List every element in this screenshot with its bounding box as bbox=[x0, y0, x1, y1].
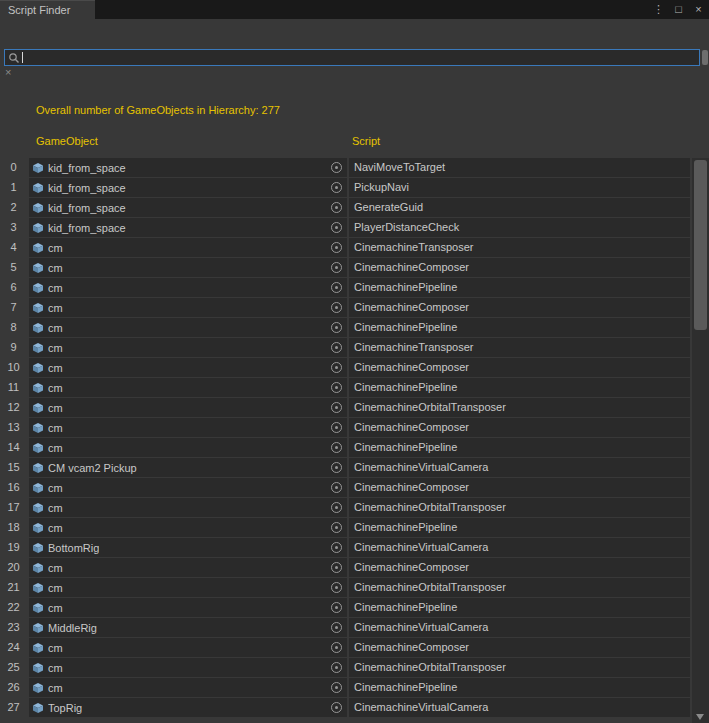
target-ping-icon[interactable] bbox=[331, 402, 342, 413]
script-cell[interactable]: CinemachinePipeline bbox=[349, 598, 690, 617]
gameobject-cell[interactable]: kid_from_space bbox=[29, 198, 347, 217]
target-ping-icon[interactable] bbox=[331, 642, 342, 653]
target-ping-icon[interactable] bbox=[331, 522, 342, 533]
gameobject-cell[interactable]: CM vcam2 Pickup bbox=[29, 458, 347, 477]
target-ping-icon[interactable] bbox=[331, 342, 342, 353]
gameobject-name: cm bbox=[48, 362, 63, 374]
script-cell[interactable]: CinemachineOrbitalTransposer bbox=[349, 658, 690, 677]
target-ping-icon[interactable] bbox=[331, 682, 342, 693]
gameobject-cell[interactable]: cm bbox=[29, 398, 347, 417]
target-ping-icon[interactable] bbox=[331, 202, 342, 213]
script-cell[interactable]: CinemachineComposer bbox=[349, 358, 690, 377]
script-cell[interactable]: GenerateGuid bbox=[349, 198, 690, 217]
clear-search-icon[interactable]: × bbox=[5, 67, 11, 78]
script-name: CinemachineComposer bbox=[354, 641, 469, 653]
gameobject-cell[interactable]: cm bbox=[29, 318, 347, 337]
vertical-scrollbar[interactable] bbox=[692, 158, 709, 723]
gameobject-cell[interactable]: cm bbox=[29, 578, 347, 597]
script-cell[interactable]: CinemachineOrbitalTransposer bbox=[349, 578, 690, 597]
target-ping-icon[interactable] bbox=[331, 422, 342, 433]
script-cell[interactable]: CinemachinePipeline bbox=[349, 318, 690, 337]
target-ping-icon[interactable] bbox=[331, 242, 342, 253]
target-ping-icon[interactable] bbox=[331, 282, 342, 293]
script-cell[interactable]: CinemachineVirtualCamera bbox=[349, 618, 690, 637]
scrollbar-top-stub[interactable] bbox=[702, 50, 708, 65]
target-ping-icon[interactable] bbox=[331, 262, 342, 273]
gameobject-cell[interactable]: cm bbox=[29, 438, 347, 457]
gameobject-cell[interactable]: cm bbox=[29, 378, 347, 397]
target-ping-icon[interactable] bbox=[331, 362, 342, 373]
close-icon[interactable]: × bbox=[692, 0, 705, 19]
search-box[interactable] bbox=[4, 49, 700, 66]
gameobject-cell[interactable]: MiddleRig bbox=[29, 618, 347, 637]
target-ping-icon[interactable] bbox=[331, 222, 342, 233]
tab-script-finder[interactable]: Script Finder bbox=[0, 0, 95, 19]
script-cell[interactable]: CinemachinePipeline bbox=[349, 278, 690, 297]
script-cell[interactable]: CinemachineVirtualCamera bbox=[349, 698, 690, 717]
script-cell[interactable]: CinemachineComposer bbox=[349, 258, 690, 277]
script-cell[interactable]: CinemachineComposer bbox=[349, 298, 690, 317]
gameobject-cell[interactable]: cm bbox=[29, 638, 347, 657]
gameobject-cell[interactable]: BottomRig bbox=[29, 538, 347, 557]
script-cell[interactable]: CinemachinePipeline bbox=[349, 678, 690, 697]
gameobject-cell[interactable]: kid_from_space bbox=[29, 218, 347, 237]
script-cell[interactable]: CinemachineComposer bbox=[349, 478, 690, 497]
script-cell[interactable]: CinemachineComposer bbox=[349, 418, 690, 437]
target-ping-icon[interactable] bbox=[331, 582, 342, 593]
target-ping-icon[interactable] bbox=[331, 462, 342, 473]
script-cell[interactable]: CinemachinePipeline bbox=[349, 518, 690, 537]
script-cell[interactable]: CinemachineTransposer bbox=[349, 338, 690, 357]
script-cell[interactable]: CinemachineOrbitalTransposer bbox=[349, 498, 690, 517]
row-index: 24 bbox=[0, 638, 27, 657]
script-cell[interactable]: PlayerDistanceCheck bbox=[349, 218, 690, 237]
gameobject-cell[interactable]: cm bbox=[29, 678, 347, 697]
gameobject-cell[interactable]: cm bbox=[29, 258, 347, 277]
target-ping-icon[interactable] bbox=[331, 162, 342, 173]
scrollbar-thumb[interactable] bbox=[694, 160, 707, 330]
target-ping-icon[interactable] bbox=[331, 622, 342, 633]
target-ping-icon[interactable] bbox=[331, 662, 342, 673]
target-ping-icon[interactable] bbox=[331, 382, 342, 393]
script-cell[interactable]: PickupNavi bbox=[349, 178, 690, 197]
target-ping-icon[interactable] bbox=[331, 482, 342, 493]
target-ping-icon[interactable] bbox=[331, 182, 342, 193]
script-cell[interactable]: CinemachineComposer bbox=[349, 638, 690, 657]
gameobject-cell[interactable]: cm bbox=[29, 338, 347, 357]
script-cell[interactable]: CinemachineOrbitalTransposer bbox=[349, 398, 690, 417]
script-cell[interactable]: CinemachineVirtualCamera bbox=[349, 538, 690, 557]
script-cell[interactable]: CinemachineVirtualCamera bbox=[349, 458, 690, 477]
script-cell[interactable]: CinemachinePipeline bbox=[349, 378, 690, 397]
script-cell[interactable]: NaviMoveToTarget bbox=[349, 158, 690, 177]
target-ping-icon[interactable] bbox=[331, 702, 342, 713]
gameobject-name: cm bbox=[48, 242, 63, 254]
scroll-down-icon[interactable] bbox=[696, 714, 704, 720]
gameobject-cell[interactable]: kid_from_space bbox=[29, 158, 347, 177]
gameobject-cell[interactable]: kid_from_space bbox=[29, 178, 347, 197]
target-ping-icon[interactable] bbox=[331, 302, 342, 313]
target-ping-icon[interactable] bbox=[331, 442, 342, 453]
target-ping-icon[interactable] bbox=[331, 322, 342, 333]
gameobject-cell[interactable]: cm bbox=[29, 238, 347, 257]
script-cell[interactable]: CinemachinePipeline bbox=[349, 438, 690, 457]
gameobject-name: cm bbox=[48, 562, 63, 574]
gameobject-cell[interactable]: cm bbox=[29, 558, 347, 577]
gameobject-cell[interactable]: cm bbox=[29, 658, 347, 677]
target-ping-icon[interactable] bbox=[331, 562, 342, 573]
script-cell[interactable]: CinemachineComposer bbox=[349, 558, 690, 577]
gameobject-cell[interactable]: cm bbox=[29, 518, 347, 537]
target-ping-icon[interactable] bbox=[331, 542, 342, 553]
gameobject-cell[interactable]: cm bbox=[29, 478, 347, 497]
target-ping-icon[interactable] bbox=[331, 502, 342, 513]
script-cell[interactable]: CinemachineTransposer bbox=[349, 238, 690, 257]
gameobject-cell[interactable]: cm bbox=[29, 358, 347, 377]
maximize-icon[interactable]: □ bbox=[672, 0, 685, 19]
gameobject-cell[interactable]: TopRig bbox=[29, 698, 347, 717]
search-input[interactable] bbox=[23, 51, 696, 64]
gameobject-cell[interactable]: cm bbox=[29, 498, 347, 517]
gameobject-cell[interactable]: cm bbox=[29, 298, 347, 317]
gameobject-cell[interactable]: cm bbox=[29, 598, 347, 617]
gameobject-cell[interactable]: cm bbox=[29, 418, 347, 437]
gameobject-cell[interactable]: cm bbox=[29, 278, 347, 297]
target-ping-icon[interactable] bbox=[331, 602, 342, 613]
kebab-menu-icon[interactable]: ⋮ bbox=[652, 0, 665, 19]
